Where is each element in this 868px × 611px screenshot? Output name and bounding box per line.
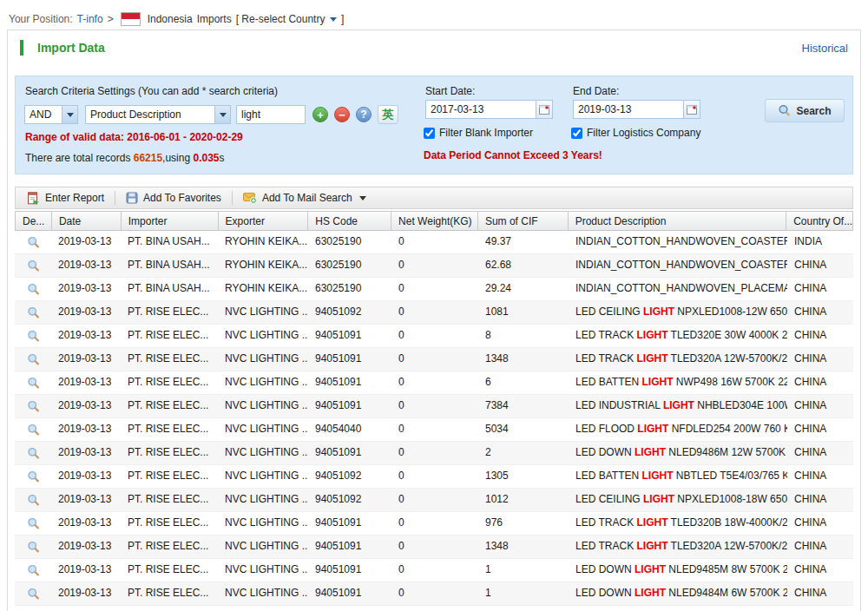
table-row[interactable]: 2019-03-13PT. RISE ELEC...NVC LIGHTING .… xyxy=(15,559,853,582)
row-detail-magnifier-icon[interactable] xyxy=(15,371,51,394)
row-detail-magnifier-icon[interactable] xyxy=(15,465,51,488)
row-detail-magnifier-icon[interactable] xyxy=(15,535,51,558)
column-header-product-description[interactable]: Product Description xyxy=(569,212,786,230)
row-detail-magnifier-icon[interactable] xyxy=(15,418,51,441)
row-country: CHINA xyxy=(787,325,853,347)
row-sum-cif: 6 xyxy=(478,371,569,394)
row-detail-magnifier-icon[interactable] xyxy=(15,231,51,253)
table-row[interactable]: 2019-03-13PT. RISE ELEC...NVC LIGHTING .… xyxy=(15,301,853,325)
filter-logistics-company-checkbox[interactable] xyxy=(571,128,582,139)
row-product-description: LED INDUSTRIAL LIGHT NHBLED304E 100W ... xyxy=(569,395,787,417)
start-date-input[interactable] xyxy=(425,100,536,119)
magnifier-icon xyxy=(778,104,791,117)
calendar-icon[interactable] xyxy=(536,100,553,119)
row-detail-magnifier-icon[interactable] xyxy=(15,442,51,464)
row-detail-magnifier-icon[interactable] xyxy=(15,489,51,511)
row-detail-magnifier-icon[interactable] xyxy=(15,582,51,605)
column-header-net-weight-kg[interactable]: Net Weight(KG) xyxy=(391,212,478,230)
table-row[interactable]: 2019-03-13PT. RISE ELEC...NVC LIGHTING .… xyxy=(15,489,853,512)
field-select[interactable]: Product Description xyxy=(85,105,231,124)
row-importer: PT. RISE ELEC... xyxy=(121,535,218,558)
table-row[interactable]: 2019-03-13PT. RISE ELEC...NVC LIGHTING .… xyxy=(15,418,853,442)
column-header-country-of[interactable]: Country Of... xyxy=(786,212,852,230)
table-row[interactable]: 2019-03-13PT. BINA USAH...RYOHIN KEIKA..… xyxy=(15,278,853,301)
table-row[interactable]: 2019-03-13PT. RISE ELEC...NVC LIGHTING .… xyxy=(15,465,853,489)
row-detail-magnifier-icon[interactable] xyxy=(15,395,51,417)
row-net-weight: 0 xyxy=(391,418,478,441)
row-detail-magnifier-icon[interactable] xyxy=(15,348,51,371)
row-date: 2019-03-13 xyxy=(51,418,121,441)
add-criteria-button[interactable]: + xyxy=(312,107,328,122)
row-date: 2019-03-13 xyxy=(51,559,121,581)
row-sum-cif: 1348 xyxy=(478,535,569,558)
table-row[interactable]: 2019-03-13PT. BINA USAH...RYOHIN KEIKA..… xyxy=(15,231,853,254)
row-importer: PT. RISE ELEC... xyxy=(121,301,218,324)
table-row[interactable]: 2019-03-13PT. RISE ELEC...NVC LIGHTING .… xyxy=(15,606,853,611)
row-importer: PT. RISE ELEC... xyxy=(121,512,218,535)
historical-link[interactable]: Historical xyxy=(802,42,848,55)
row-detail-magnifier-icon[interactable] xyxy=(15,278,51,300)
table-row[interactable]: 2019-03-13PT. RISE ELEC...NVC LIGHTING .… xyxy=(15,348,853,371)
table-row[interactable]: 2019-03-13PT. BINA USAH...RYOHIN KEIKA..… xyxy=(15,254,853,278)
table-row[interactable]: 2019-03-13PT. RISE ELEC...NVC LIGHTING .… xyxy=(15,442,853,465)
row-net-weight: 0 xyxy=(391,348,478,371)
row-importer: PT. RISE ELEC... xyxy=(121,489,218,511)
row-product-description: LED TRACK LIGHT TLED320A 12W-5700K/2... xyxy=(569,348,787,371)
row-detail-magnifier-icon[interactable] xyxy=(15,512,51,535)
field-value: Product Description xyxy=(86,106,214,123)
row-country: CHINA xyxy=(787,559,853,581)
row-country: CHINA xyxy=(787,512,853,535)
column-header-hs-code[interactable]: HS Code xyxy=(308,212,391,230)
breadcrumb-link-tinfo[interactable]: T-info xyxy=(77,13,103,25)
column-header-sum-of-cif[interactable]: Sum of CIF xyxy=(478,212,569,230)
row-detail-magnifier-icon[interactable] xyxy=(15,254,51,277)
highlighted-keyword: LIGHT xyxy=(636,516,667,529)
column-header-exporter[interactable]: Exporter xyxy=(219,212,309,230)
filter-blank-importer-checkbox[interactable] xyxy=(424,128,435,139)
row-country: CHINA xyxy=(787,582,853,605)
row-detail-magnifier-icon[interactable] xyxy=(15,325,51,347)
row-net-weight: 0 xyxy=(391,325,478,347)
column-header-importer[interactable]: Importer xyxy=(122,212,219,230)
mail-plus-icon xyxy=(243,192,257,204)
calendar-icon[interactable] xyxy=(684,100,700,119)
row-country: CHINA xyxy=(787,278,853,300)
import-data-container: Import Data Historical Search Criteria S… xyxy=(7,30,861,611)
highlighted-keyword: LIGHT xyxy=(643,493,674,505)
row-sum-cif: 2 xyxy=(478,442,569,464)
add-to-favorites-button[interactable]: Add To Favorites xyxy=(118,187,229,208)
row-detail-magnifier-icon[interactable] xyxy=(15,606,51,611)
enter-report-button[interactable]: Enter Report xyxy=(19,187,112,208)
row-hs-code: 94051091 xyxy=(308,442,391,464)
row-hs-code: 94051091 xyxy=(308,559,391,581)
chevron-down-icon[interactable] xyxy=(62,106,77,123)
end-date-input[interactable] xyxy=(573,100,684,119)
row-hs-code: 94051092 xyxy=(308,465,391,488)
search-button[interactable]: Search xyxy=(765,99,845,122)
row-exporter: NVC LIGHTING ... xyxy=(218,301,308,324)
page-title: Import Data xyxy=(37,41,105,55)
table-row[interactable]: 2019-03-13PT. RISE ELEC...NVC LIGHTING .… xyxy=(15,371,853,395)
row-detail-magnifier-icon[interactable] xyxy=(15,301,51,324)
table-row[interactable]: 2019-03-13PT. RISE ELEC...NVC LIGHTING .… xyxy=(15,582,853,606)
table-row[interactable]: 2019-03-13PT. RISE ELEC...NVC LIGHTING .… xyxy=(15,535,853,559)
column-header-date[interactable]: Date xyxy=(52,212,122,230)
breadcrumb-separator: > xyxy=(108,13,114,25)
chevron-down-icon[interactable] xyxy=(214,106,230,123)
row-country: CHINA xyxy=(787,465,853,488)
row-product-description: LED DOWN LIGHT NLED9485M 8W 5700K 22... xyxy=(569,559,787,581)
row-product-description: LED CEILING LIGHT NPXLED1008-12W 6500... xyxy=(569,301,787,324)
column-header-de[interactable]: De... xyxy=(16,212,52,230)
operator-select[interactable]: AND xyxy=(24,105,78,124)
help-button[interactable]: ? xyxy=(356,107,372,122)
remove-criteria-button[interactable]: − xyxy=(334,107,350,122)
row-date: 2019-03-13 xyxy=(51,278,121,300)
keyword-input[interactable] xyxy=(236,105,306,124)
reselect-country-button[interactable]: [ Re-select Country ] xyxy=(236,13,345,25)
language-toggle-button[interactable]: 英 xyxy=(378,105,398,124)
table-row[interactable]: 2019-03-13PT. RISE ELEC...NVC LIGHTING .… xyxy=(15,395,853,418)
table-row[interactable]: 2019-03-13PT. RISE ELEC...NVC LIGHTING .… xyxy=(15,325,853,348)
add-to-mail-search-button[interactable]: Add To Mail Search xyxy=(235,187,374,208)
table-row[interactable]: 2019-03-13PT. RISE ELEC...NVC LIGHTING .… xyxy=(15,512,853,535)
row-detail-magnifier-icon[interactable] xyxy=(15,559,51,581)
